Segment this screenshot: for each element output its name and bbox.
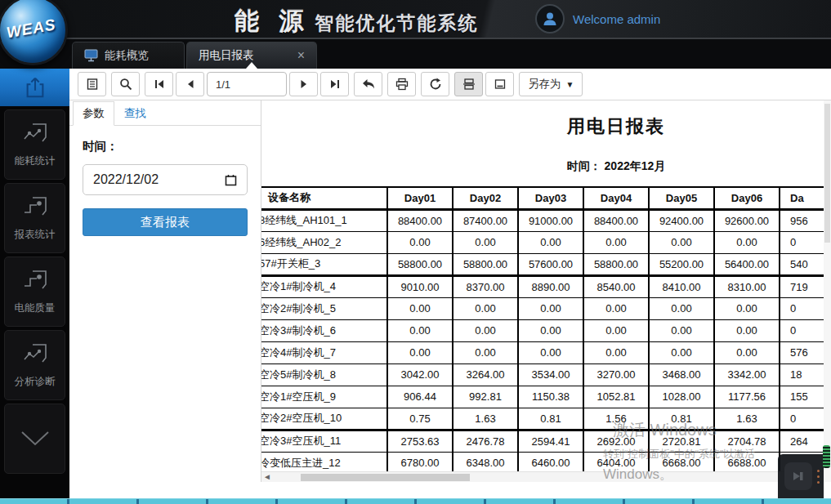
- next-page-icon: [298, 78, 310, 90]
- horizontal-scrollbar[interactable]: ◄: [261, 471, 824, 482]
- value-cell: 6348.00: [453, 452, 518, 474]
- single-page-button[interactable]: [485, 72, 514, 96]
- prev-page-icon: [185, 78, 196, 90]
- value-cell: 92600.00: [714, 209, 780, 231]
- sidebar-item-label: 能耗统计: [15, 154, 56, 168]
- report-viewport: 用电日报表 时间： 2022年12月 设备名称Day01Day02Day03Da…: [261, 100, 824, 482]
- sidebar-item-power-quality[interactable]: 电能质量: [4, 256, 65, 327]
- value-cell-partial: 576: [780, 341, 824, 364]
- table-row: 空冷1#空压机_9906.44992.811150.381052.811028.…: [261, 386, 824, 408]
- table-row: 57#开关柜_358800.0058800.0057600.0058800.00…: [261, 253, 824, 275]
- date-value: 2022/12/02: [93, 172, 159, 187]
- value-cell: 0.00: [387, 341, 453, 364]
- back-button[interactable]: [354, 72, 382, 96]
- value-cell-partial: 0: [780, 297, 824, 319]
- last-page-icon: [329, 78, 341, 90]
- vertical-scroll-thumb[interactable]: [824, 104, 830, 243]
- search-button[interactable]: [111, 72, 140, 96]
- table-header-day: Day06: [714, 187, 780, 209]
- trend-chart-icon: [21, 341, 49, 368]
- sidebar-item-label: 分析诊断: [15, 375, 56, 389]
- value-cell: 55200.00: [649, 253, 714, 275]
- value-cell: 0.00: [387, 297, 453, 319]
- value-cell: 57600.00: [518, 253, 583, 275]
- value-cell-partial: 18: [780, 364, 824, 386]
- value-cell: 0.00: [649, 231, 714, 253]
- table-header-row: 设备名称Day01Day02Day03Day04Day05Day06Da: [261, 187, 824, 209]
- user-avatar-icon[interactable]: [535, 4, 565, 33]
- next-page-button[interactable]: [289, 72, 318, 96]
- view-report-button[interactable]: 查看报表: [83, 208, 248, 236]
- sidebar-item-analysis-diagnosis[interactable]: 分析诊断: [4, 330, 65, 400]
- device-name-cell: 空冷3#制冷机_6: [261, 319, 387, 341]
- print-layout-button[interactable]: [454, 72, 483, 96]
- floating-widget[interactable]: [778, 454, 824, 498]
- refresh-button[interactable]: [421, 72, 449, 96]
- report-page: 用电日报表 时间： 2022年12月 设备名称Day01Day02Day03Da…: [261, 114, 824, 475]
- date-input[interactable]: 2022/12/02: [83, 164, 248, 195]
- caret-down-icon: ▼: [566, 80, 574, 89]
- tab-label: 用电日报表: [199, 48, 254, 63]
- search-icon: [119, 78, 132, 91]
- value-cell: 3264.00: [453, 364, 518, 386]
- device-name-cell: 空冷2#制冷机_5: [261, 297, 387, 319]
- table-header-day: Day01: [387, 187, 453, 209]
- value-cell: 0.00: [518, 319, 583, 341]
- value-cell: 3342.00: [714, 364, 780, 386]
- value-cell: 6460.00: [518, 452, 583, 474]
- horizontal-scroll-thumb[interactable]: [301, 474, 470, 481]
- params-panel: 参数 查找 时间： 2022/12/02 查看报表: [69, 100, 261, 482]
- value-cell: 0.00: [453, 297, 518, 319]
- green-drag-handle[interactable]: [823, 445, 830, 468]
- vertical-scrollbar[interactable]: [824, 100, 831, 482]
- tab-daily-power-report[interactable]: 用电日报表 ×: [186, 42, 317, 69]
- report-params-button[interactable]: [78, 72, 106, 96]
- value-cell: 2594.41: [518, 430, 583, 452]
- value-cell: 0.00: [714, 297, 780, 319]
- value-cell-partial: 155: [780, 386, 824, 408]
- device-name-cell: 冷变低压主进_12: [261, 452, 387, 474]
- value-cell: 0.75: [387, 408, 453, 430]
- value-cell: 88400.00: [583, 209, 649, 231]
- value-cell: 8310.00: [714, 275, 780, 297]
- device-name-cell: 57#开关柜_3: [261, 253, 387, 275]
- value-cell-partial: 719: [780, 275, 824, 297]
- refresh-icon: [429, 78, 442, 91]
- table-row: 空冷4#制冷机_70.000.000.000.000.000.00576: [261, 341, 824, 364]
- value-cell: 58800.00: [583, 253, 649, 275]
- prev-page-button[interactable]: [176, 72, 204, 96]
- print-button[interactable]: [387, 72, 416, 96]
- device-name-cell: 空冷5#制冷机_8: [261, 364, 387, 386]
- tab-params[interactable]: 参数: [73, 101, 114, 126]
- tab-close-icon[interactable]: ×: [297, 49, 305, 62]
- device-name-cell: 空冷2#空压机_10: [261, 408, 387, 430]
- first-page-button[interactable]: [145, 72, 173, 96]
- welcome-text: Welcome admin: [573, 12, 660, 26]
- sidebar-item-report-stats[interactable]: 报表统计: [4, 183, 65, 253]
- table-header-day-partial: Da: [780, 187, 824, 209]
- sidebar-expand-more[interactable]: [4, 404, 65, 474]
- sidebar-item-active[interactable]: [0, 69, 69, 106]
- value-cell: 0.00: [518, 231, 583, 253]
- save-as-button[interactable]: 另存为 ▼: [519, 72, 583, 96]
- scroll-left-arrow-icon[interactable]: ◄: [263, 472, 271, 482]
- sidebar: 能耗统计 报表统计 电能质量 分析诊断: [0, 69, 69, 498]
- tab-find[interactable]: 查找: [114, 102, 156, 125]
- table-row: 空冷3#制冷机_60.000.000.000.000.000.000: [261, 319, 824, 341]
- floating-widget-icon[interactable]: [784, 462, 812, 490]
- sidebar-item-energy-stats[interactable]: 能耗统计: [4, 109, 65, 180]
- print-icon: [395, 78, 409, 91]
- widget-dots-icon[interactable]: [817, 470, 820, 484]
- calendar-icon[interactable]: [225, 174, 237, 186]
- value-cell: 8540.00: [583, 275, 649, 297]
- value-cell: 0.00: [387, 231, 453, 253]
- value-cell: 2753.63: [387, 430, 453, 452]
- value-cell: 2692.00: [583, 430, 649, 452]
- user-area[interactable]: Welcome admin: [535, 4, 660, 33]
- last-page-button[interactable]: [320, 72, 349, 96]
- page-indicator-input[interactable]: [207, 72, 287, 96]
- table-header-day: Day04: [583, 187, 649, 209]
- value-cell: 8890.00: [518, 275, 583, 297]
- report-table: 设备名称Day01Day02Day03Day04Day05Day06Da 8经纬…: [261, 186, 824, 475]
- tab-energy-overview[interactable]: 能耗概览: [72, 42, 185, 69]
